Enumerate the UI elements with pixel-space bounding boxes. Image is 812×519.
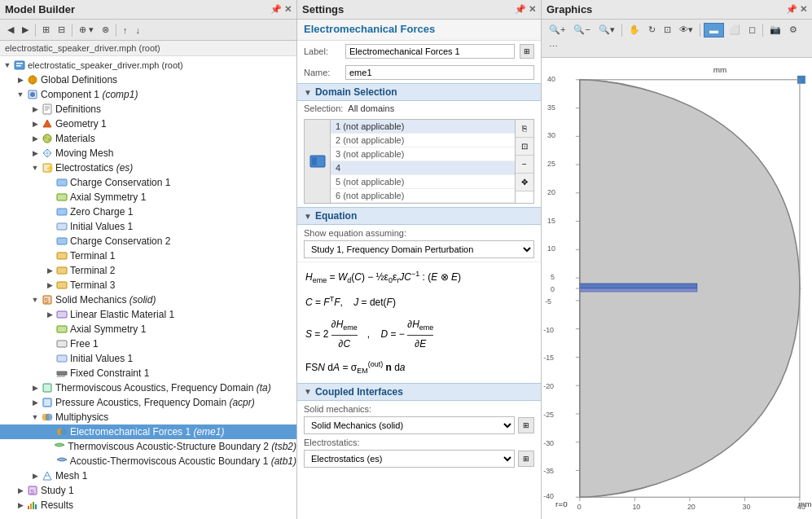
tree-item-solid-mech[interactable]: ▼ S Solid Mechanics (solid) — [0, 292, 296, 307]
tree-item-terminal3[interactable]: ▶ Terminal 3 — [0, 278, 296, 292]
delete-button[interactable]: ⊗ — [99, 22, 112, 37]
tree-item-results[interactable]: ▶ Results — [0, 498, 296, 512]
tree-item-pressure-acoustics[interactable]: ▶ Pressure Acoustics, Frequency Domain (… — [0, 395, 296, 410]
free1-label: Free 1 — [70, 338, 99, 350]
toggle-electrostatics[interactable]: ▼ — [29, 162, 41, 174]
electrostatics-select[interactable]: Electrostatics (es) — [304, 450, 515, 468]
tree-item-emf1[interactable]: Electromechanical Forces 1 (eme1) — [0, 424, 296, 439]
tree-item-charge-cons2[interactable]: Charge Conservation 2 — [0, 234, 296, 249]
tree-item-terminal2[interactable]: ▶ Terminal 2 — [0, 263, 296, 278]
collapse-all-button[interactable]: ⊟ — [55, 22, 68, 37]
toggle-moving-mesh[interactable]: ▶ — [29, 147, 41, 159]
domain-move-btn[interactable]: ✥ — [516, 174, 533, 191]
tree-item-initial-vals1[interactable]: Initial Values 1 — [0, 219, 296, 234]
tree-item-charge-cons1[interactable]: Charge Conservation 1 — [0, 175, 296, 190]
tree-item-axial-sym-solid1[interactable]: Axial Symmetry 1 — [0, 322, 296, 336]
fit-button[interactable]: ⊡ — [661, 22, 674, 37]
pan-button[interactable]: ✋ — [625, 22, 643, 37]
render-btn3[interactable]: ◻ — [745, 22, 759, 37]
solid-mech-select[interactable]: Solid Mechanics (solid) — [304, 416, 515, 434]
toggle-study1[interactable]: ▶ — [15, 485, 26, 496]
zoom-out-button[interactable]: 🔍− — [570, 22, 593, 37]
domain-item-1[interactable]: 1 (not applicable) — [331, 120, 515, 134]
move-up-button[interactable]: ↑ — [120, 23, 131, 37]
toggle-comp1[interactable]: ▼ — [15, 89, 26, 100]
tree-item-initial-vals-solid1[interactable]: Initial Values 1 — [0, 351, 296, 366]
view-dropdown-button[interactable]: 👁▾ — [676, 22, 696, 37]
domain-item-3[interactable]: 3 (not applicable) — [331, 147, 515, 161]
graphics-body[interactable]: mm mm r=0 40 35 30 25 20 15 10 5 0 -5 -1… — [542, 58, 812, 519]
tree-item-materials[interactable]: ▶ Materials — [0, 131, 296, 146]
tree-item-electrostatics[interactable]: ▼ ⚡ Electrostatics (es) — [0, 161, 296, 175]
toggle-mesh1[interactable]: ▶ — [29, 470, 41, 482]
more-button[interactable]: ⋯ — [546, 39, 561, 55]
toggle-pressure-acoustics[interactable]: ▶ — [29, 397, 41, 408]
tree-item-thermoviscous[interactable]: ▶ Thermoviscous Acoustics, Frequency Dom… — [0, 380, 296, 395]
electrostatics-icon-btn[interactable]: ⊞ — [518, 451, 534, 467]
render-btn2[interactable]: ⬜ — [726, 22, 744, 37]
close-icon[interactable]: ✕ — [284, 4, 292, 15]
back-button[interactable]: ◀ — [4, 22, 17, 37]
settings-pin-icon[interactable]: 📌 — [515, 4, 526, 15]
zoom-dropdown-button[interactable]: 🔍▾ — [595, 22, 618, 37]
tree-item-root[interactable]: ▼ electrostatic_speaker_driver.mph (root… — [0, 58, 296, 73]
tree-item-linear-elastic1[interactable]: ▶ Linear Elastic Material 1 — [0, 307, 296, 322]
toggle-root[interactable]: ▼ — [2, 59, 13, 71]
zoom-in-button[interactable]: 🔍+ — [546, 22, 568, 37]
toggle-global[interactable]: ▶ — [15, 74, 26, 86]
tree-item-axial-sym1[interactable]: Axial Symmetry 1 — [0, 190, 296, 205]
coupled-section-header[interactable]: ▼ Coupled Interfaces — [297, 383, 541, 401]
expand-all-button[interactable]: ⊞ — [39, 22, 53, 37]
domain-copy-btn[interactable]: ⊡ — [516, 138, 533, 156]
tree-item-fixed-constraint1[interactable]: Fixed Constraint 1 — [0, 366, 296, 380]
tree-item-geometry[interactable]: ▶ Geometry 1 — [0, 117, 296, 131]
add-button[interactable]: ⊕ ▾ — [76, 22, 97, 37]
toggle-multiphysics[interactable]: ▼ — [29, 411, 41, 423]
name-input[interactable] — [345, 65, 534, 80]
tree-item-free1[interactable]: Free 1 — [0, 336, 296, 351]
toggle-definitions[interactable]: ▶ — [29, 103, 41, 115]
tree-item-atb1[interactable]: Acoustic-Thermoviscous Acoustic Boundary… — [0, 454, 296, 468]
label-input[interactable] — [345, 44, 515, 59]
solid-mech-icon-btn[interactable]: ⊞ — [518, 417, 534, 433]
move-down-button[interactable]: ↓ — [133, 23, 144, 37]
tree-item-definitions[interactable]: ▶ Definitions — [0, 102, 296, 117]
domain-item-6[interactable]: 6 (not applicable) — [331, 189, 515, 203]
settings-close-icon[interactable]: ✕ — [529, 4, 536, 15]
domain-selection-header[interactable]: ▼ Domain Selection — [297, 83, 541, 101]
graphics-close-icon[interactable]: ✕ — [800, 4, 807, 15]
tree-item-global[interactable]: ▶ Global Definitions — [0, 73, 296, 87]
label-icon-btn[interactable]: ⊞ — [520, 44, 534, 59]
pin-icon[interactable]: 📌 — [270, 4, 282, 15]
render-btn1[interactable]: ▬ — [704, 23, 724, 37]
tree-item-mesh1[interactable]: ▶ Mesh 1 — [0, 468, 296, 483]
moving-mesh-icon — [41, 147, 54, 160]
domain-item-5[interactable]: 5 (not applicable) — [331, 175, 515, 189]
toggle-results[interactable]: ▶ — [15, 499, 26, 511]
equation-dropdown[interactable]: Study 1, Frequency Domain Perturbation — [304, 240, 534, 258]
forward-button[interactable]: ▶ — [19, 22, 32, 37]
domain-paste-btn[interactable]: ⎘ — [516, 120, 533, 138]
tree-item-zero-charge1[interactable]: Zero Charge 1 — [0, 205, 296, 219]
tree-item-tsb2[interactable]: Thermoviscous Acoustic-Structure Boundar… — [0, 439, 296, 454]
toggle-terminal3[interactable]: ▶ — [44, 279, 55, 291]
settings-button[interactable]: ⚙ — [786, 22, 801, 37]
tree-item-moving-mesh[interactable]: ▶ Moving Mesh — [0, 146, 296, 161]
screenshot-button[interactable]: 📷 — [766, 22, 784, 37]
tree-item-multiphysics[interactable]: ▼ Multiphysics — [0, 410, 296, 424]
domain-minus-btn[interactable]: − — [516, 156, 533, 174]
tree-item-comp1[interactable]: ▼ Component 1 (comp1) — [0, 87, 296, 102]
toggle-materials[interactable]: ▶ — [29, 133, 41, 144]
toggle-thermoviscous[interactable]: ▶ — [29, 382, 41, 394]
toggle-linear-elastic1[interactable]: ▶ — [44, 309, 55, 320]
tree-item-terminal1[interactable]: Terminal 1 — [0, 249, 296, 263]
domain-item-4[interactable]: 4 — [331, 161, 515, 175]
graphics-pin-icon[interactable]: 📌 — [786, 4, 797, 15]
domain-item-2[interactable]: 2 (not applicable) — [331, 134, 515, 147]
rotate-button[interactable]: ↻ — [645, 22, 659, 37]
toggle-terminal2[interactable]: ▶ — [44, 265, 55, 276]
equation-section-header[interactable]: ▼ Equation — [297, 207, 541, 225]
toggle-solid-mech[interactable]: ▼ — [29, 294, 41, 306]
toggle-geometry[interactable]: ▶ — [29, 118, 41, 130]
tree-item-study1[interactable]: ▶ S Study 1 — [0, 483, 296, 498]
